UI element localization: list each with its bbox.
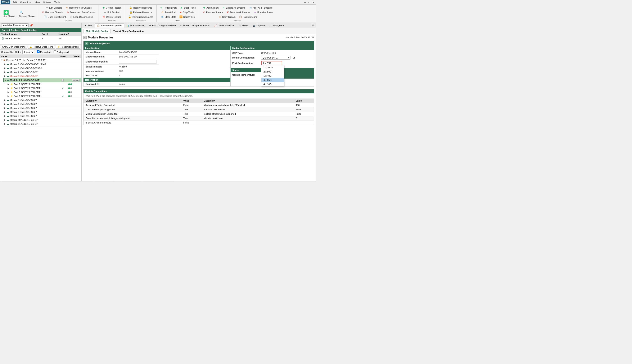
remove-chassis-button[interactable]: ✕ Remove Chassis	[40, 10, 64, 15]
stream-wizard-tab[interactable]: ✨ Stream Wizard	[39, 182, 62, 182]
tab-filters[interactable]: ▽ Filters	[237, 24, 251, 28]
keep-disconnected-button[interactable]: ⊘ Keep Disconnected	[68, 15, 94, 19]
tab-global-stats[interactable]: 📈 Global Statistics	[212, 24, 237, 28]
stop-traffic-button[interactable]: ■ Stop Traffic	[177, 10, 196, 15]
option-4x25g[interactable]: 4 x 25G	[261, 78, 284, 82]
event-log-tab[interactable]: ⚡ Event Log (225 new events)	[1, 182, 38, 182]
release-resource-button[interactable]: 🔓 Release Resource	[128, 10, 154, 15]
logging-tab[interactable]: 📋 Logging and Reporting	[142, 182, 174, 182]
expand-arrow[interactable]: ▶	[8, 83, 10, 85]
start-traffic-button[interactable]: ▶ Start Traffic	[178, 6, 197, 10]
open-script-button[interactable]: 📄 Open ScriptClient	[42, 15, 67, 19]
reconnect-chassis-button[interactable]: ↻ Reconnect to Chassis	[64, 6, 93, 10]
expand-arrow[interactable]: ▼	[5, 79, 7, 81]
enable-all-streams-button[interactable]: ✔ Enable All Streams	[221, 6, 247, 10]
tab-resource-properties[interactable]: 📋 Resource Properties	[95, 24, 124, 28]
replay-file-button[interactable]: ⏩ Replay File	[178, 15, 196, 19]
show-used-ports-button[interactable]: Show Only Used Ports	[1, 45, 27, 48]
tree-item[interactable]: ▶ ▬ Module 5 'Odin-1G-3S-6P'	[3, 98, 81, 102]
sub-collapse-button[interactable]: ▼	[85, 42, 89, 45]
add-stream-button[interactable]: ✚ Add Stream	[201, 6, 220, 10]
menu-view[interactable]: View	[33, 1, 42, 4]
scheduler-tab[interactable]: 🕐 Scheduler	[95, 182, 114, 182]
delete-testbed-button[interactable]: 🗑 Delete Testbed	[101, 15, 123, 19]
disconnect-chassis-button[interactable]: ⊗ Disconnect from Chassis	[65, 10, 97, 15]
option-4x10g[interactable]: 4 x 10G	[261, 82, 284, 86]
tree-item[interactable]: ▶ ▬ Module 9 'Odin-1G-3S-6P'	[3, 114, 81, 118]
ctab-main-module[interactable]: Main Module Config	[83, 29, 110, 34]
tree-item[interactable]: ▶ ▬ Module 1 'Odin-10G-5S-6P-CU'	[3, 66, 81, 70]
tab-port-config[interactable]: ⚙ Port Configuration Grid	[147, 24, 178, 28]
copy-stream-button[interactable]: ⎘ Copy Stream	[217, 15, 237, 19]
remove-stream-button[interactable]: ✕ Remove Stream	[201, 10, 224, 15]
tree-item[interactable]: ▶ ▬ Module 3 'Odin-10G-1S-2P'	[3, 74, 81, 78]
tab-port-statistics[interactable]: 📊 Port Statistics	[124, 24, 147, 28]
expand-arrow[interactable]: ▶	[8, 95, 10, 97]
paste-stream-button[interactable]: 📋 Paste Stream	[238, 15, 259, 19]
ctab-time-clock[interactable]: Time & Clock Configuration	[110, 29, 146, 34]
menu-options[interactable]: Options	[42, 1, 53, 4]
tree-item[interactable]: ▶ ▬ Module 7 'Odin-1G-3S-6P'	[3, 106, 81, 110]
tree-item[interactable]: ▶ ▬ Module 8 'Odin-1G-3S-6P'	[3, 110, 81, 114]
tree-item[interactable]: ▶ ⚡ Port 1 'QSFP28 25G CR1' ✓	[7, 86, 81, 90]
equalize-rates-button[interactable]: ≡ Equalize Rates	[252, 10, 274, 15]
expand-arrow[interactable]: ▶	[4, 115, 6, 117]
expand-arrow[interactable]: ▶	[4, 67, 6, 69]
reset-used-ports-button[interactable]: ⚡ Reset Used Ports	[56, 45, 80, 49]
resources-dropdown[interactable]: Available Resources	[1, 24, 29, 27]
sort-order-dropdown[interactable]: Index	[22, 50, 34, 54]
edit-chassis-button[interactable]: ✏ Edit Chassis	[44, 6, 63, 10]
reset-port-button[interactable]: ↺ Reset Port	[159, 10, 177, 15]
expand-arrow[interactable]: ▶	[4, 103, 6, 105]
clear-stats-button[interactable]: ⊗ Clear Stats	[159, 15, 177, 19]
media-config-refresh-button[interactable]: ⚙	[292, 56, 296, 60]
disable-all-streams-button[interactable]: ✘ Disable All Streams	[225, 10, 251, 15]
tree-item[interactable]: ▶ ⚡ Port 3 'QSFP28 25G CR1' ✓	[7, 94, 81, 98]
restore-button[interactable]: □	[308, 1, 311, 4]
tree-item[interactable]: ▶ ⚡ Port 2 'QSFP28 25G CR1'	[7, 90, 81, 94]
comm-trace-tab[interactable]: 🌿 Communication Trace	[63, 182, 94, 182]
option-2x50g[interactable]: 2 x 50G	[261, 70, 284, 74]
module4-tree-item[interactable]: ▼ ▬ Module 4 'Loki-100G-5S-1P' demo	[3, 78, 81, 82]
expand-arrow[interactable]: ▶	[8, 91, 10, 93]
tree-item[interactable]: ▶ ▬ Module 0 'Odin-1G-3S-6P-T1-RJ45'	[3, 62, 81, 66]
expand-arrow[interactable]: ▶	[4, 75, 6, 77]
close-button[interactable]: ✕	[312, 1, 315, 4]
tree-item[interactable]: ▶ ▬ Module 10 'Odin-1G-3S-6P'	[3, 118, 81, 122]
expand-arrow[interactable]: ▶	[4, 119, 6, 121]
close-tab-button[interactable]: ✕	[311, 24, 315, 27]
tree-item[interactable]: ▶ ▬ Module 2 'Odin-10G-1S-6P'	[3, 70, 81, 74]
port-config-select[interactable]: 4 x 25G	[261, 61, 282, 65]
tab-capture[interactable]: 📷 Capture	[251, 24, 267, 28]
tree-item[interactable]: ▶ ⚡ Port 0 'QSFP28 25G CR1'	[7, 82, 81, 86]
expand-arrow[interactable]: ▶	[4, 99, 6, 101]
tab-start[interactable]: ▶ Start	[82, 24, 95, 28]
tree-item[interactable]: ▶ ▬ Module 11 'Odin-1G-3S-6P'	[3, 122, 81, 126]
tab-stream-config[interactable]: ≈ Stream Configuration Grid	[178, 24, 212, 28]
collapse-button[interactable]: ▼	[83, 36, 87, 39]
minimize-button[interactable]: ─	[303, 1, 307, 4]
expand-arrow[interactable]: ▶	[4, 107, 6, 109]
tree-item[interactable]: ▼ ✖ Chassis 0 'L23 Live Demo' (10.20.1.1…	[0, 58, 81, 62]
relinquish-resource-button[interactable]: 🔓 Relinquish Resource	[127, 15, 155, 19]
menu-operations[interactable]: Operations	[19, 1, 33, 4]
option-1x100g[interactable]: 1 x 100G	[261, 66, 284, 70]
expand-arrow[interactable]: ▶	[4, 63, 6, 65]
reserve-resource-button[interactable]: 🔒 Reserve Resource	[128, 6, 154, 10]
tab-histograms[interactable]: ▬ Histograms	[267, 24, 287, 28]
media-config-select[interactable]: QSFP28 (NRZ)	[261, 56, 290, 60]
edit-testbed-button[interactable]: ✏ Edit Testbed	[102, 10, 121, 15]
menu-tools[interactable]: Tools	[53, 1, 62, 4]
menu-edit[interactable]: Edit	[11, 1, 19, 4]
arp-ip-button[interactable]: ◎ ARP All IP Streams	[247, 6, 274, 10]
reserve-used-ports-button[interactable]: 🔒 Reserve Used Ports	[28, 45, 55, 49]
expand-arrow[interactable]: ▶	[4, 123, 6, 125]
discover-chassis-button[interactable]: 🔍 Discover Chassis	[17, 9, 37, 18]
refresh-port-button[interactable]: ↺ Refresh Port	[158, 6, 178, 10]
testbed-row[interactable]: 🖥Default testbed 4 No	[0, 36, 81, 41]
collapse-all-checkbox[interactable]	[54, 50, 56, 53]
add-chassis-button[interactable]: ✚ Add Chassis	[2, 9, 17, 18]
tree-item[interactable]: ▶ ▬ Module 6 'Odin-1G-3S-6P'	[3, 102, 81, 106]
expand-arrow[interactable]: ▶	[4, 111, 6, 113]
create-testbed-button[interactable]: ✚ Create Testbed	[100, 6, 123, 10]
